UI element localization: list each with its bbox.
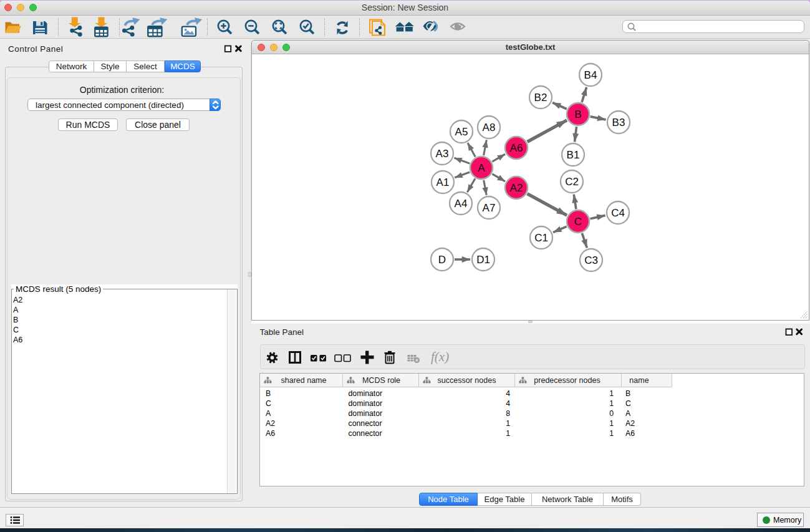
- svg-text:D: D: [438, 254, 446, 266]
- svg-text:C4: C4: [611, 207, 625, 219]
- svg-text:B1: B1: [567, 149, 580, 161]
- svg-text:C1: C1: [534, 232, 548, 244]
- svg-text:A6: A6: [510, 142, 523, 154]
- svg-text:A7: A7: [483, 202, 496, 214]
- svg-text:C2: C2: [565, 176, 579, 188]
- svg-text:A5: A5: [455, 126, 468, 138]
- svg-text:A: A: [478, 162, 485, 174]
- svg-text:B4: B4: [584, 69, 597, 81]
- svg-text:B3: B3: [612, 117, 625, 128]
- svg-text:C: C: [574, 216, 582, 228]
- svg-text:A1: A1: [436, 177, 450, 188]
- svg-text:B2: B2: [534, 92, 547, 104]
- svg-text:A8: A8: [483, 122, 496, 133]
- svg-text:B: B: [574, 109, 581, 120]
- svg-text:A4: A4: [455, 198, 468, 210]
- svg-text:A2: A2: [510, 182, 523, 194]
- svg-text:A3: A3: [436, 148, 449, 160]
- svg-text:C3: C3: [584, 254, 598, 266]
- svg-text:D1: D1: [476, 254, 490, 266]
